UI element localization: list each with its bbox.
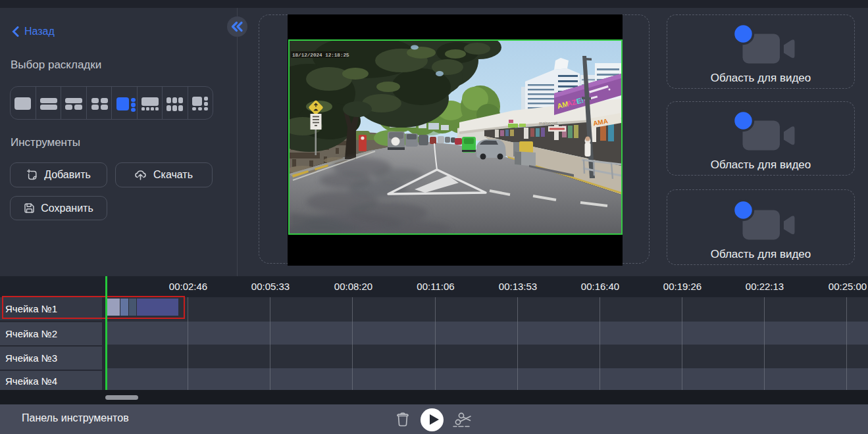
svg-text:maisecret: maisecret <box>539 121 557 126</box>
svg-text:18/12/2024 12:18:25: 18/12/2024 12:18:25 <box>292 53 349 58</box>
